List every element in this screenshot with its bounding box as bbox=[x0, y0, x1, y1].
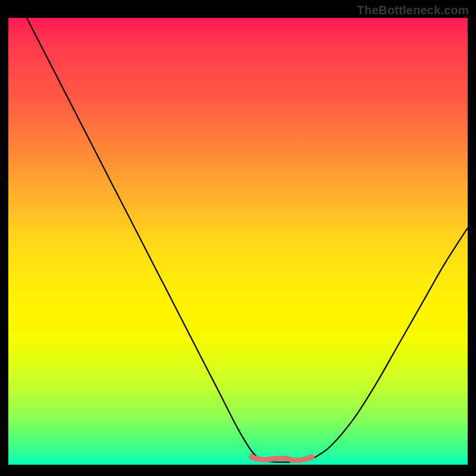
band-cap-right bbox=[309, 455, 315, 461]
plot-area bbox=[8, 18, 468, 465]
watermark: TheBottleneck.com bbox=[357, 4, 469, 17]
chart-canvas: TheBottleneck.com bbox=[0, 0, 476, 476]
highlight-band bbox=[252, 457, 311, 461]
curve-left-branch bbox=[27, 18, 261, 461]
band-cap-left bbox=[249, 454, 255, 460]
curve-layer bbox=[8, 18, 468, 465]
curve-right-branch bbox=[312, 228, 468, 459]
